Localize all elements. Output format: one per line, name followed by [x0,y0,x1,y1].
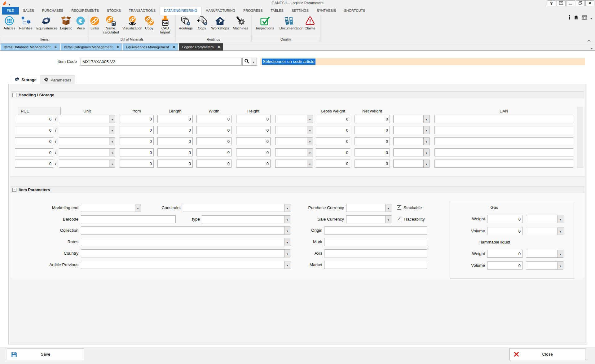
dropdown-button[interactable] [385,216,391,223]
marketing-end-select[interactable] [81,204,141,212]
minimize-button[interactable] [566,0,575,6]
weight-unit-select[interactable] [393,126,430,134]
dropdown-button[interactable] [423,160,429,167]
doc-tabs-caret-icon[interactable] [591,45,593,51]
dropdown-button[interactable] [557,250,563,257]
country-select[interactable] [81,249,290,257]
close-button[interactable]: Close [509,348,585,360]
close-tab-icon[interactable] [173,45,175,49]
weight-unit-select[interactable] [393,148,430,156]
ean-input[interactable] [434,137,573,145]
ribbon-button-documentation[interactable]: Documentation [279,15,300,31]
tab-parameters[interactable]: Parameters [40,75,75,84]
item-code-input[interactable] [81,58,242,66]
doc-tab-logistic-parameters[interactable]: Logistic Parameters [179,43,223,50]
doc-tab-items-categories-management[interactable]: Items Categories Management [61,43,122,50]
flammable-volume-unit-select[interactable] [526,261,563,270]
doc-tab-items-database-management[interactable]: Items Database Management [1,43,60,50]
ribbon-button-claims[interactable]: Claims [304,15,316,31]
ribbon-tab-file[interactable]: FILE [2,7,19,15]
ribbon-button-logistic[interactable]: Logistic [59,15,73,31]
unit-select[interactable] [59,160,115,168]
width-input[interactable] [196,160,231,168]
from-input[interactable] [120,137,154,145]
sale-currency-select[interactable] [346,215,391,223]
dropdown-button[interactable] [307,126,313,134]
dropdown-button[interactable] [423,115,429,123]
constraint-select[interactable] [183,204,290,212]
qty-input[interactable] [15,126,53,134]
gross-weight-input[interactable] [316,137,350,145]
table-icon[interactable] [582,15,587,21]
close-tab-icon[interactable] [55,45,57,49]
gross-weight-input[interactable] [316,126,350,134]
width-input[interactable] [196,115,231,123]
ribbon-button-price[interactable]: €Price [75,15,86,31]
market-input[interactable] [324,261,427,269]
gross-weight-input[interactable] [316,148,350,156]
gross-weight-input[interactable] [316,115,350,123]
gas-volume-unit-select[interactable] [526,227,563,235]
dropdown-button[interactable] [109,115,115,123]
dropdown-button[interactable] [307,160,313,167]
ribbon-tab-transactions[interactable]: TRANSACTIONS [125,7,160,15]
dimension-unit-select[interactable] [275,115,313,123]
ribbon-button-machines[interactable]: Machines [232,15,249,31]
weight-unit-select[interactable] [393,160,430,168]
info-icon[interactable] [569,15,570,21]
from-input[interactable] [120,115,154,123]
unit-select[interactable] [59,148,115,156]
ribbon-tab-manufacturing[interactable]: MANUFACTURING [201,7,239,15]
dropdown-button[interactable] [307,115,313,123]
qty-input[interactable] [15,160,53,168]
axis-input[interactable] [324,249,427,257]
qty-input[interactable] [15,148,53,156]
length-input[interactable] [157,115,193,123]
ribbon-button-routings[interactable]: Routings [178,15,193,31]
unit-select[interactable] [59,137,115,145]
save-button[interactable]: Save [7,348,84,360]
unit-select[interactable] [59,126,115,134]
qty-input[interactable] [15,115,53,123]
weight-unit-select[interactable] [393,137,430,145]
dropdown-button[interactable] [423,126,429,134]
ribbon-tab-purchases[interactable]: PURCHASES [38,7,67,15]
help-button[interactable] [547,0,556,6]
flammable-volume-input[interactable] [487,261,522,270]
dimension-unit-select[interactable] [275,148,313,156]
dropdown-button[interactable] [557,215,563,223]
rates-select[interactable] [81,238,290,246]
height-input[interactable] [236,148,271,156]
ribbon-button-families[interactable]: Families [18,15,33,31]
grid-scrollbar[interactable] [577,107,583,168]
barcode-input[interactable] [81,215,176,223]
stackable-checkbox[interactable] [397,205,401,210]
gross-weight-input[interactable] [316,160,350,168]
gas-volume-input[interactable] [487,227,522,235]
item-code-dropdown-button[interactable] [251,58,257,66]
traceability-checkbox[interactable] [397,217,401,221]
origin-input[interactable] [324,226,427,235]
dimension-unit-select[interactable] [275,160,313,168]
ribbon-tab-synthesis[interactable]: SYNTHESIS [313,7,340,15]
ean-input[interactable] [434,148,573,156]
ean-input[interactable] [434,160,573,168]
from-input[interactable] [120,126,154,134]
ribbon-tab-progress[interactable]: PROGRESS [239,7,267,15]
table-caret-icon[interactable] [590,15,592,21]
close-window-button[interactable] [585,0,594,6]
purchase-currency-select[interactable] [346,204,391,212]
ribbon-tab-shortcuts[interactable]: SHORTCUTS [340,7,369,15]
dimension-unit-select[interactable] [275,126,313,134]
dropdown-button[interactable] [109,138,115,145]
dropdown-button[interactable] [385,204,391,212]
net-weight-input[interactable] [355,137,390,145]
dropdown-button[interactable] [135,204,141,212]
height-input[interactable] [236,137,271,145]
from-input[interactable] [120,160,154,168]
ribbon-button-visualization[interactable]: Visualization [121,15,143,31]
length-input[interactable] [157,137,193,145]
ribbon-button-articles[interactable]: Articles [3,15,16,31]
ribbon-collapse-icon[interactable] [587,37,591,43]
ribbon-tab-requirements[interactable]: REQUIREMENTS [67,7,103,15]
